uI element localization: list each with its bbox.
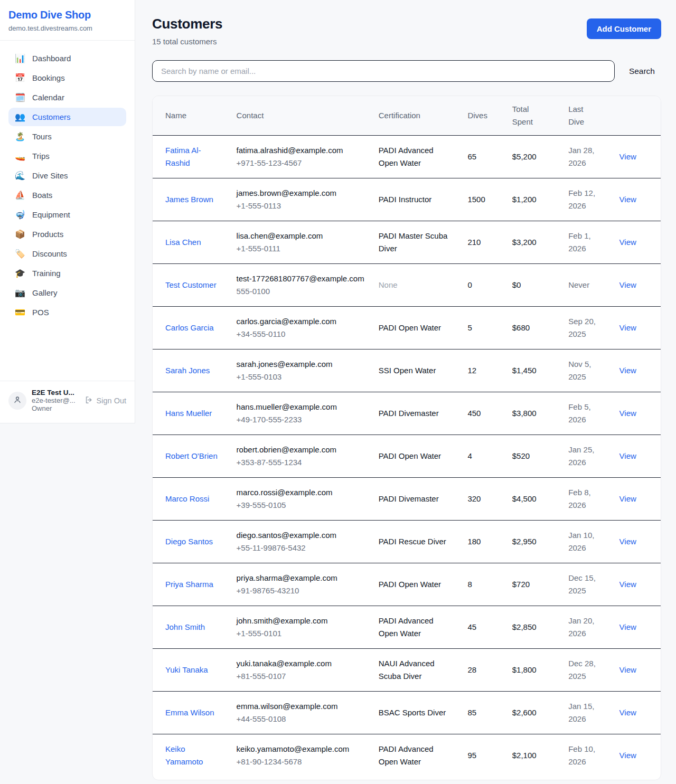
wave-icon: 🌊 xyxy=(15,172,25,180)
sign-out-button[interactable]: Sign Out xyxy=(84,395,126,406)
customer-name-link[interactable]: Emma Wilson xyxy=(165,708,214,717)
customer-contact: carlos.garcia@example.com +34-555-0110 xyxy=(230,307,372,350)
view-customer-link[interactable]: View xyxy=(619,751,636,760)
customer-certification: PADI Advanced Open Water xyxy=(372,136,462,178)
view-customer-link[interactable]: View xyxy=(619,409,636,418)
search-input[interactable] xyxy=(152,60,615,82)
customer-phone: 555-0100 xyxy=(237,285,366,298)
graduation-cap-icon: 🎓 xyxy=(15,269,25,278)
view-customer-link[interactable]: View xyxy=(619,152,636,161)
sidebar-item-tours[interactable]: 🏝️ Tours xyxy=(8,127,126,146)
view-customer-link[interactable]: View xyxy=(619,622,636,631)
customer-certification: PADI Divemaster xyxy=(372,392,462,435)
sidebar-item-bookings[interactable]: 📅 Bookings xyxy=(8,69,126,87)
customer-name-link[interactable]: John Smith xyxy=(165,622,205,631)
customer-total-spent: $1,200 xyxy=(506,178,562,221)
sidebar-item-equipment[interactable]: 🤿 Equipment xyxy=(8,205,126,224)
view-customer-link[interactable]: View xyxy=(619,494,636,503)
sidebar-item-dashboard[interactable]: 📊 Dashboard xyxy=(8,49,126,68)
view-customer-link[interactable]: View xyxy=(619,323,636,332)
view-customer-link[interactable]: View xyxy=(619,580,636,589)
customer-name-link[interactable]: Carlos Garcia xyxy=(165,323,214,332)
customer-contact: lisa.chen@example.com +1-555-0111 xyxy=(230,221,372,264)
customer-email: priya.sharma@example.com xyxy=(237,572,366,584)
customer-dives: 180 xyxy=(461,521,505,563)
user-name: E2E Test U... xyxy=(32,389,84,396)
table-row: Keiko Yamamoto keiko.yamamoto@example.co… xyxy=(153,734,661,780)
customer-contact: fatima.alrashid@example.com +971-55-123-… xyxy=(230,136,372,178)
customer-total-spent: $2,850 xyxy=(506,606,562,649)
customer-email: hans.mueller@example.com xyxy=(237,401,366,413)
customer-name-link[interactable]: Sarah Jones xyxy=(165,366,210,375)
customers-table: Name Contact Certification Dives Total S… xyxy=(153,96,661,780)
search-bar: Search xyxy=(152,60,661,82)
sidebar-item-calendar[interactable]: 🗓️ Calendar xyxy=(8,88,126,107)
column-header-certification: Certification xyxy=(372,96,462,136)
customer-certification: SSI Open Water xyxy=(372,350,462,392)
sidebar-item-pos[interactable]: 💳 POS xyxy=(8,303,126,322)
customer-name-link[interactable]: Marco Rossi xyxy=(165,494,209,503)
view-customer-link[interactable]: View xyxy=(619,537,636,546)
table-row: Test Customer test-1772681807767@example… xyxy=(153,264,661,307)
customer-total-spent: $2,600 xyxy=(506,692,562,734)
customer-contact: hans.mueller@example.com +49-170-555-223… xyxy=(230,392,372,435)
view-customer-link[interactable]: View xyxy=(619,366,636,375)
sidebar-item-customers[interactable]: 👥 Customers xyxy=(8,108,126,126)
page-header: Customers 15 total customers Add Custome… xyxy=(152,16,661,46)
customer-phone: +55-11-99876-5432 xyxy=(237,542,366,554)
column-header-contact: Contact xyxy=(230,96,372,136)
sailboat-icon: ⛵ xyxy=(15,191,25,200)
table-row: Lisa Chen lisa.chen@example.com +1-555-0… xyxy=(153,221,661,264)
main-content: Customers 15 total customers Add Custome… xyxy=(135,0,676,784)
search-button[interactable]: Search xyxy=(629,63,655,79)
customer-email: diego.santos@example.com xyxy=(237,529,366,542)
view-customer-link[interactable]: View xyxy=(619,451,636,460)
customer-dives: 210 xyxy=(461,221,505,264)
table-row: Emma Wilson emma.wilson@example.com +44-… xyxy=(153,692,661,734)
view-customer-link[interactable]: View xyxy=(619,280,636,289)
customer-name-link[interactable]: Keiko Yamamoto xyxy=(165,744,203,766)
label-tag-icon: 🏷️ xyxy=(15,250,25,258)
customer-name-link[interactable]: Priya Sharma xyxy=(165,580,213,589)
customer-email: test-1772681807767@example.com xyxy=(237,272,366,285)
view-customer-link[interactable]: View xyxy=(619,195,636,204)
sidebar-item-boats[interactable]: ⛵ Boats xyxy=(8,186,126,204)
sidebar-item-trips[interactable]: 🚤 Trips xyxy=(8,147,126,165)
sidebar-item-gallery[interactable]: 📷 Gallery xyxy=(8,284,126,302)
customer-name-link[interactable]: Test Customer xyxy=(165,280,217,289)
shop-name: Demo Dive Shop xyxy=(8,9,126,21)
table-row: Fatima Al-Rashid fatima.alrashid@example… xyxy=(153,136,661,178)
customer-name-link[interactable]: Fatima Al-Rashid xyxy=(165,146,201,167)
customer-contact: keiko.yamamoto@example.com +81-90-1234-5… xyxy=(230,734,372,780)
view-customer-link[interactable]: View xyxy=(619,238,636,247)
customer-name-link[interactable]: Robert O'Brien xyxy=(165,451,218,460)
table-row: Robert O'Brien robert.obrien@example.com… xyxy=(153,435,661,478)
column-header-dives: Dives xyxy=(461,96,505,136)
sign-out-icon xyxy=(84,395,93,406)
sidebar-item-products[interactable]: 📦 Products xyxy=(8,225,126,243)
sidebar-item-dive-sites[interactable]: 🌊 Dive Sites xyxy=(8,166,126,185)
shop-domain: demo.test.divestreams.com xyxy=(8,24,126,32)
table-row: Yuki Tanaka yuki.tanaka@example.com +81-… xyxy=(153,649,661,692)
customer-contact: sarah.jones@example.com +1-555-0103 xyxy=(230,350,372,392)
customer-email: sarah.jones@example.com xyxy=(237,358,366,371)
view-customer-link[interactable]: View xyxy=(619,708,636,717)
sidebar-item-training[interactable]: 🎓 Training xyxy=(8,264,126,282)
column-header-actions xyxy=(613,96,661,136)
customer-name-link[interactable]: Hans Mueller xyxy=(165,409,212,418)
customer-email: james.brown@example.com xyxy=(237,187,366,200)
bar-chart-icon: 📊 xyxy=(15,54,25,63)
customer-last-dive: Dec 28, 2025 xyxy=(562,649,613,692)
customer-name-link[interactable]: Lisa Chen xyxy=(165,238,201,247)
customer-contact: test-1772681807767@example.com 555-0100 xyxy=(230,264,372,307)
add-customer-button[interactable]: Add Customer xyxy=(587,18,661,39)
customer-last-dive: Feb 5, 2026 xyxy=(562,392,613,435)
customer-dives: 28 xyxy=(461,649,505,692)
customer-last-dive: Feb 8, 2026 xyxy=(562,478,613,521)
customer-name-link[interactable]: Diego Santos xyxy=(165,537,213,546)
customer-name-link[interactable]: James Brown xyxy=(165,195,213,204)
calendar-date-icon: 📅 xyxy=(15,74,25,82)
view-customer-link[interactable]: View xyxy=(619,665,636,674)
sidebar-item-discounts[interactable]: 🏷️ Discounts xyxy=(8,244,126,263)
customer-name-link[interactable]: Yuki Tanaka xyxy=(165,665,208,674)
